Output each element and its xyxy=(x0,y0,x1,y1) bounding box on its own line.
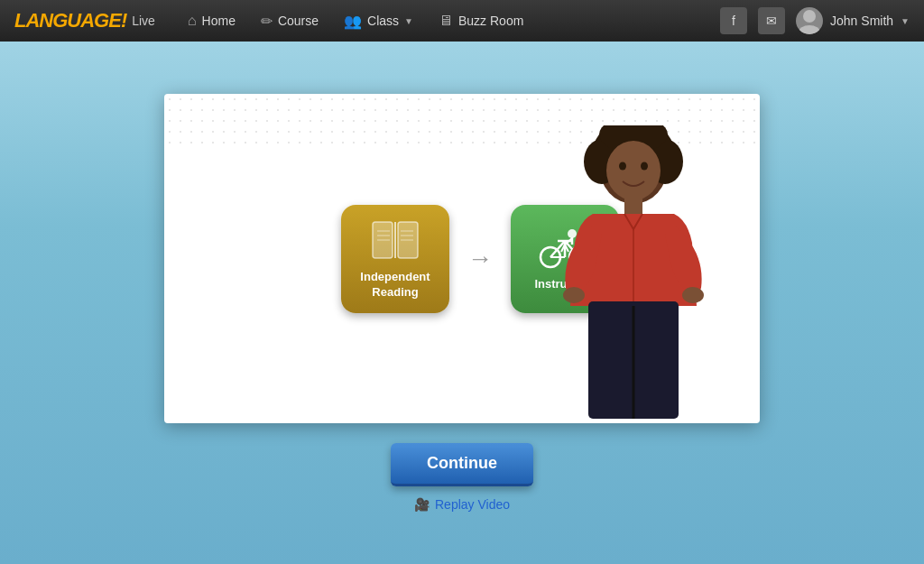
avatar xyxy=(796,7,823,34)
pencil-icon: ✏ xyxy=(261,13,273,30)
svg-rect-32 xyxy=(624,198,642,214)
person-area xyxy=(525,116,742,423)
nav-course[interactable]: ✏ Course xyxy=(250,7,329,35)
svg-point-34 xyxy=(682,287,704,303)
nav-course-label: Course xyxy=(278,14,319,28)
continue-button[interactable]: Continue xyxy=(391,443,533,486)
svg-point-33 xyxy=(563,287,585,303)
svg-point-1 xyxy=(799,25,820,34)
user-name: John Smith xyxy=(830,14,893,28)
group-icon: 👥 xyxy=(344,13,362,30)
nav-buzzroom[interactable]: 🖥 Buzz Room xyxy=(428,7,534,34)
svg-point-30 xyxy=(619,162,626,171)
home-icon: ⌂ xyxy=(188,13,197,29)
user-menu[interactable]: John Smith ▼ xyxy=(796,7,910,34)
card-content: Independent Reading → xyxy=(164,94,760,423)
nav-buzzroom-label: Buzz Room xyxy=(458,14,523,28)
independent-reading-label: Independent Reading xyxy=(360,270,430,300)
actions-area: Continue 🎥 Replay Video xyxy=(391,443,533,512)
nav-home-label: Home xyxy=(202,14,236,28)
navbar: LANGUAGE! Live ⌂ Home ✏ Course 👥 Class ▼… xyxy=(0,0,924,42)
person-svg xyxy=(534,125,733,423)
nav-home[interactable]: ⌂ Home xyxy=(177,7,246,34)
independent-reading-icon[interactable]: Independent Reading xyxy=(341,205,449,313)
facebook-icon[interactable]: f xyxy=(720,7,747,34)
svg-point-31 xyxy=(641,162,648,171)
nav-links: ⌂ Home ✏ Course 👥 Class ▼ 🖥 Buzz Room xyxy=(177,7,720,35)
nav-class-label: Class xyxy=(367,14,399,28)
monitor-icon: 🖥 xyxy=(439,13,453,29)
mail-icon[interactable]: ✉ xyxy=(758,7,785,34)
svg-point-29 xyxy=(606,141,661,200)
presentation-card: Independent Reading → xyxy=(164,94,760,423)
replay-label: Replay Video xyxy=(435,497,510,512)
replay-link[interactable]: 🎥 Replay Video xyxy=(414,497,510,512)
video-icon: 🎥 xyxy=(414,497,430,512)
user-dropdown-icon: ▼ xyxy=(901,16,910,26)
nav-right: f ✉ John Smith ▼ xyxy=(720,7,910,34)
arrow-icon: → xyxy=(467,245,493,273)
brand-live: Live xyxy=(132,14,155,28)
main-content: Independent Reading → xyxy=(0,42,924,564)
brand-logo[interactable]: LANGUAGE! Live xyxy=(14,9,155,32)
brand-name: LANGUAGE! xyxy=(14,9,126,32)
nav-class[interactable]: 👥 Class ▼ xyxy=(333,7,424,35)
svg-point-0 xyxy=(803,10,816,23)
book-svg xyxy=(368,217,422,263)
class-dropdown-icon: ▼ xyxy=(404,16,413,26)
